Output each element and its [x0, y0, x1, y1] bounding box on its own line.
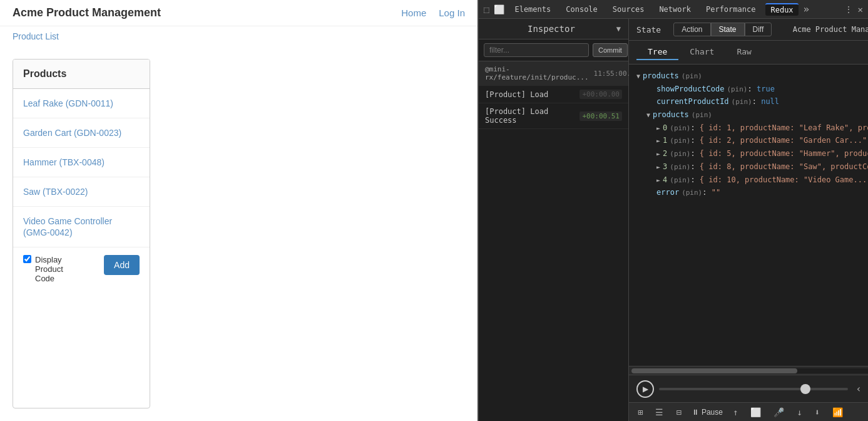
chart-view-tab[interactable]: Chart	[678, 44, 725, 60]
list-item[interactable]: Hammer (TBX-0048)	[13, 148, 150, 177]
app-name: Acme Product Management	[793, 25, 868, 34]
pin-label: (pin)	[732, 96, 752, 108]
state-scrollbar[interactable]	[629, 366, 868, 375]
item-4-preview: { id: 10, productName: "Video Game...", …	[700, 174, 868, 186]
collapse-products-arr-icon[interactable]: ▼	[646, 110, 650, 120]
tree-line: ► 3 (pin) : { id: 8, productName: "Saw",…	[636, 160, 868, 174]
item-2-preview: { id: 5, productName: "Hammer", productC…	[700, 147, 868, 160]
list-icon[interactable]: ☰	[653, 406, 666, 418]
inspector-dropdown-icon[interactable]: ▼	[616, 24, 621, 33]
pin-label: (pin)	[682, 187, 702, 199]
tree-line: ► 4 (pin) : { id: 10, productName: "Vide…	[636, 174, 868, 187]
pause-label: Pause	[702, 408, 723, 417]
action-label: [Product] Load	[485, 90, 576, 99]
inspector-pane: Inspector ▼ Commit @mini-rx/feature/init…	[479, 19, 629, 421]
display-code-label[interactable]: DisplayProductCode	[23, 255, 63, 283]
main-content: Products Leaf Rake (GDN-0011) Garden Car…	[0, 46, 477, 421]
nav-home[interactable]: Home	[401, 8, 426, 18]
collapse-products-icon[interactable]: ▼	[636, 71, 640, 81]
tree-view-tab[interactable]: Tree	[636, 44, 678, 60]
pin-label: (pin)	[727, 84, 747, 96]
prev-button[interactable]: ‹	[853, 383, 864, 395]
expand-1-icon[interactable]: ►	[656, 135, 660, 146]
commit-button[interactable]: Commit	[593, 43, 628, 57]
diff-tab-button[interactable]: Diff	[745, 23, 772, 36]
tab-sources[interactable]: Sources	[608, 4, 650, 15]
expand-2-icon[interactable]: ►	[656, 148, 660, 159]
product-link[interactable]: Hammer (TBX-0048)	[23, 157, 105, 167]
action-item[interactable]: [Product] Load +00:00.00	[479, 86, 628, 103]
products-key: products	[643, 70, 679, 82]
table-icon[interactable]: ⊟	[673, 406, 683, 418]
play-button[interactable]: ▶	[636, 380, 654, 398]
download-icon[interactable]: ↑	[730, 406, 740, 418]
action-item[interactable]: [Product] Load Success +00:00.51	[479, 103, 628, 129]
playback-bar: ▶ ‹ › 1x ▼	[629, 375, 868, 402]
tab-elements[interactable]: Elements	[509, 4, 556, 15]
index-3: 3	[663, 160, 667, 173]
tree-line: ► 0 (pin) : { id: 1, productName: "Leaf …	[636, 122, 868, 135]
grid-icon[interactable]: ⊞	[635, 406, 645, 418]
add-button[interactable]: Add	[104, 255, 140, 275]
expand-3-icon[interactable]: ►	[656, 162, 660, 172]
product-link[interactable]: Leaf Rake (GDN-0011)	[23, 98, 113, 108]
devtools-body: Inspector ▼ Commit @mini-rx/feature/init…	[479, 19, 868, 421]
close-icon[interactable]: ✕	[858, 4, 863, 14]
action-label: @mini-rx/feature/init/produc...	[485, 65, 589, 81]
filter-row: Commit	[479, 39, 628, 61]
tab-network[interactable]: Network	[654, 4, 696, 15]
raw-view-tab[interactable]: Raw	[725, 44, 762, 60]
product-link[interactable]: Saw (TBX-0022)	[23, 187, 88, 197]
display-code-checkbox[interactable]	[23, 255, 31, 263]
product-link[interactable]: Video Game Controller (GMG-0042)	[23, 216, 112, 237]
tab-performance[interactable]: Performance	[701, 4, 760, 15]
wifi-icon[interactable]: 📶	[830, 406, 845, 418]
pin-label: (pin)	[670, 175, 690, 187]
colon: :	[748, 83, 757, 95]
current-product-id-key: currentProductId	[656, 95, 729, 108]
action-item[interactable]: @mini-rx/feature/init/produc... 11:55:00…	[479, 61, 628, 86]
upload-icon[interactable]: ↓	[794, 406, 804, 418]
mic-icon[interactable]: 🎤	[771, 406, 787, 418]
pin-label: (pin)	[682, 71, 702, 83]
list-item[interactable]: Saw (TBX-0022)	[13, 177, 150, 207]
progress-track[interactable]	[659, 388, 848, 390]
product-panel-header: Products	[13, 60, 150, 89]
show-product-code-val: true	[757, 83, 775, 95]
progress-thumb[interactable]	[800, 384, 810, 394]
product-link[interactable]: Garden Cart (GDN-0023)	[23, 128, 121, 138]
tab-redux[interactable]: Redux	[765, 3, 798, 16]
list-item[interactable]: Leaf Rake (GDN-0011)	[13, 89, 150, 118]
state-header: State Action State Diff Acme Product Man…	[629, 19, 868, 41]
filter-input[interactable]	[484, 43, 589, 57]
tree-line: error (pin) : ""	[636, 186, 868, 199]
action-delta: +00:00.51	[580, 112, 622, 121]
tab-console[interactable]: Console	[561, 4, 603, 15]
state-label: State	[636, 25, 661, 34]
nav-login[interactable]: Log In	[439, 8, 465, 18]
pause-button[interactable]: ⏸ Pause	[692, 408, 723, 417]
index-4: 4	[663, 174, 667, 186]
export-icon[interactable]: ⬇	[812, 406, 822, 418]
responsive-icon[interactable]: ⬜	[494, 4, 504, 14]
colon: :	[702, 186, 711, 199]
list-item[interactable]: Garden Cart (GDN-0023)	[13, 118, 150, 148]
colon: :	[690, 122, 699, 134]
product-footer: DisplayProductCode Add	[13, 247, 150, 291]
more-tabs-icon[interactable]: »	[804, 3, 810, 15]
tree-line: currentProductId (pin) : null	[636, 95, 868, 108]
breadcrumb-link[interactable]: Product List	[13, 31, 59, 41]
expand-0-icon[interactable]: ►	[656, 123, 660, 133]
colon: :	[690, 160, 699, 173]
colon: :	[752, 95, 761, 108]
item-0-preview: { id: 1, productName: "Leaf Rake", produ…	[700, 122, 868, 134]
monitor-icon[interactable]: ⬜	[748, 406, 763, 418]
action-tab-button[interactable]: Action	[673, 23, 710, 36]
settings-icon[interactable]: ⋮	[844, 4, 853, 14]
cursor-icon[interactable]: ⬚	[484, 4, 489, 14]
scrollbar-track	[631, 368, 868, 373]
list-item[interactable]: Video Game Controller (GMG-0042)	[13, 207, 150, 247]
expand-4-icon[interactable]: ►	[656, 175, 660, 185]
state-tab-button[interactable]: State	[711, 23, 745, 36]
app-brand: Acme Product Management	[13, 6, 161, 19]
